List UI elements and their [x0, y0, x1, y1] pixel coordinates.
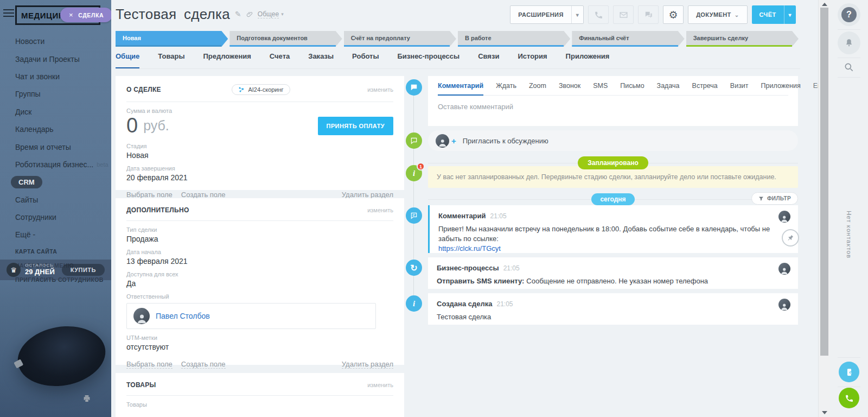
sidebar-item-tasks[interactable]: Задачи и Проекты: [0, 50, 111, 67]
tab-history[interactable]: История: [518, 52, 547, 68]
tab-orders[interactable]: Заказы: [308, 52, 334, 68]
select-field-link[interactable]: Выбрать поле: [126, 360, 173, 369]
scroll-up-arrow[interactable]: [822, 3, 827, 6]
tl-tab-apps[interactable]: Приложения: [761, 82, 801, 95]
help-button[interactable]: ?: [838, 3, 860, 26]
deal-window-tab[interactable]: × СДЕЛКА: [60, 8, 111, 22]
products-edit-link[interactable]: изменить: [367, 382, 393, 388]
pin-button[interactable]: [782, 229, 799, 247]
phone-button[interactable]: [588, 5, 609, 24]
tl-tab-meeting[interactable]: Встреча: [692, 82, 718, 95]
tab-robots[interactable]: Роботы: [352, 52, 379, 68]
timeline-entry-bizproc[interactable]: Бизнес-процессы 21:05 Отправить SMS клие…: [428, 257, 798, 289]
tab-products[interactable]: Товары: [158, 52, 184, 68]
sidebar-item-news[interactable]: Новости: [0, 33, 111, 50]
extensions-button[interactable]: РАСШИРЕНИЯ ▾: [510, 5, 584, 24]
stage-prepay-invoice[interactable]: Счёт на предоплату: [344, 31, 456, 47]
responsible-user-link[interactable]: Павел Столбов: [156, 312, 210, 320]
close-date-value[interactable]: 20 февраля 2021: [126, 173, 393, 182]
sidebar-item-more[interactable]: Ещё -: [0, 226, 111, 243]
access-value[interactable]: Да: [126, 279, 393, 288]
invite-to-discussion[interactable]: + Пригласить к обсуждению: [428, 130, 798, 151]
paperclip-icon[interactable]: [246, 11, 253, 18]
timeline-entry-comment[interactable]: Комментарий 21:05 Привет! Мы назначили в…: [428, 205, 798, 253]
tl-tab-sms[interactable]: SMS: [593, 82, 608, 95]
crown-icon: ♛: [7, 263, 21, 277]
avatar[interactable]: [778, 263, 790, 275]
create-field-link[interactable]: Создать поле: [181, 360, 226, 369]
phone-icon: [845, 394, 854, 403]
tab-apps[interactable]: Приложения: [566, 52, 610, 68]
mail-button[interactable]: [613, 5, 634, 24]
invoice-button[interactable]: СЧЁТ ▾: [752, 5, 796, 24]
document-button[interactable]: ДОКУМЕНТ⌄: [688, 5, 747, 24]
stage-in-progress[interactable]: В работе: [458, 31, 570, 47]
tab-invoices[interactable]: Счета: [270, 52, 290, 68]
stage-value[interactable]: Новая: [126, 151, 393, 160]
tab-relations[interactable]: Связи: [478, 52, 499, 68]
sidebar-item-groups[interactable]: Группы: [0, 85, 111, 103]
invoice-caret-icon[interactable]: ▾: [784, 12, 796, 18]
sidebar-item-calendar[interactable]: Календарь: [0, 121, 111, 138]
deal-category-link[interactable]: Общее: [258, 10, 279, 18]
calendar-link[interactable]: https://clck.ru/TGcyt: [438, 244, 789, 252]
scroll-down-arrow[interactable]: [822, 411, 827, 414]
sidebar-item-rpa[interactable]: Роботизация бизнес... beta: [0, 156, 111, 173]
sidebar-item-time-reports[interactable]: Время и отчеты: [0, 138, 111, 155]
tl-tab-zoom[interactable]: Zoom: [529, 82, 546, 95]
products-card-title: ТОВАРЫ: [126, 381, 156, 389]
tab-bizproc[interactable]: Бизнес-процессы: [398, 52, 460, 68]
tl-tab-visit[interactable]: Визит: [730, 82, 749, 95]
stage-close-deal[interactable]: Завершить сделку: [686, 31, 799, 47]
about-card-title: О СДЕЛКЕ: [126, 86, 161, 93]
buy-button[interactable]: КУПИТЬ: [62, 264, 105, 276]
device-icon: [845, 368, 854, 377]
start-date-value[interactable]: 13 февраля 2021: [126, 257, 393, 266]
sidebar-item-employees[interactable]: Сотрудники: [0, 208, 111, 226]
avatar[interactable]: [778, 211, 790, 223]
sidebar-item-disk[interactable]: Диск: [0, 103, 111, 121]
tl-tab-email[interactable]: Письмо: [620, 82, 644, 95]
stage-new[interactable]: Новая: [116, 31, 228, 47]
delete-section-link[interactable]: Удалить раздел: [342, 360, 393, 369]
notifications-button[interactable]: [838, 31, 860, 54]
deal-type-value[interactable]: Продажа: [126, 235, 393, 243]
no-contacts-panel[interactable]: Нет контактов: [846, 211, 852, 258]
edit-title-icon[interactable]: ✎: [235, 10, 241, 18]
sidebar-item-crm[interactable]: CRM: [0, 173, 111, 191]
sidebar-item-chat[interactable]: Чат и звонки: [0, 68, 111, 85]
scrollbar-thumb[interactable]: [820, 8, 828, 356]
sidebar-item-sites[interactable]: Сайты: [0, 191, 111, 208]
tab-quotes[interactable]: Предложения: [203, 52, 251, 68]
extensions-caret-icon[interactable]: ▾: [572, 12, 583, 18]
stage-final-invoice[interactable]: Финальный счёт: [572, 31, 684, 47]
tab-general[interactable]: Общие: [116, 52, 139, 68]
avatar[interactable]: [778, 299, 790, 311]
about-edit-link[interactable]: изменить: [367, 86, 393, 93]
telephony-button[interactable]: [839, 388, 859, 408]
sitemap-link[interactable]: КАРТА САЙТА: [0, 244, 111, 258]
entry-time: 21:05: [503, 264, 520, 272]
comment-input[interactable]: Оставьте комментарий: [438, 96, 788, 111]
additional-edit-link[interactable]: изменить: [367, 207, 393, 213]
accept-payment-button[interactable]: ПРИНЯТЬ ОПЛАТУ: [318, 117, 393, 135]
close-icon[interactable]: ×: [69, 11, 73, 19]
printer-icon[interactable]: [82, 394, 91, 403]
hamburger-menu-icon[interactable]: [3, 9, 14, 17]
tl-tab-comment[interactable]: Комментарий: [438, 82, 483, 96]
page-title: Тестовая сделка: [116, 6, 230, 23]
category-caret-icon[interactable]: ▾: [281, 11, 284, 17]
chat-button[interactable]: [638, 5, 659, 24]
ai-scoring-badge[interactable]: AI24-скоринг: [232, 84, 290, 95]
filter-button[interactable]: ФИЛЬТР: [751, 192, 798, 205]
tl-tab-task[interactable]: Задача: [657, 82, 680, 95]
deal-tabs: Общие Товары Предложения Счета Заказы Ро…: [116, 52, 800, 69]
amount-value[interactable]: 0: [126, 114, 138, 137]
stage-docs[interactable]: Подготовка документов: [229, 31, 342, 47]
mobile-app-button[interactable]: [839, 362, 859, 382]
tl-tab-wait[interactable]: Ждать: [496, 82, 516, 95]
tl-tab-call[interactable]: Звонок: [559, 82, 580, 95]
search-button[interactable]: [844, 62, 854, 73]
settings-button[interactable]: ⚙: [663, 5, 684, 24]
timeline-entry-created[interactable]: Создана сделка 21:05 Тестовая сделка: [428, 293, 798, 325]
